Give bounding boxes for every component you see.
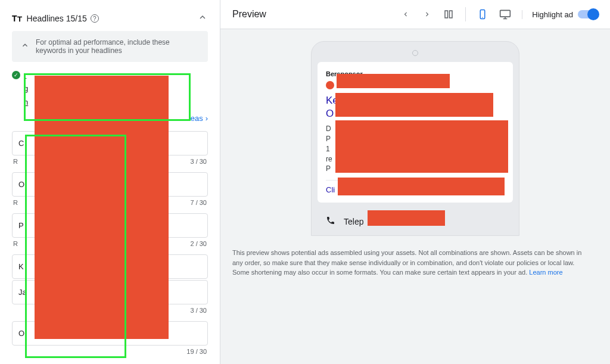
call-text: Telep (344, 217, 363, 226)
headlines-panel: Tᴛ Headlines 15/15 ? For optimal ad perf… (0, 0, 220, 364)
phone-frame: Bersponsor Ke O D P 1 re P Cli (311, 41, 519, 236)
redaction (368, 210, 445, 226)
keyword-tip-box: For optimal ad performance, include thes… (12, 31, 208, 62)
preview-panel: Preview Highlight ad (220, 0, 610, 364)
keyword-text: h (24, 98, 28, 107)
preview-toolbar: Preview Highlight ad (220, 0, 610, 29)
section-header-headlines[interactable]: Tᴛ Headlines 15/15 ? (12, 6, 208, 31)
char-count-value: 3 / 30 (190, 158, 207, 165)
desktop-view-icon[interactable] (498, 7, 512, 21)
char-count-value: 2 / 30 (190, 240, 207, 247)
redaction (338, 178, 505, 195)
ad-desc-line: re (326, 155, 332, 163)
sitelink-text: Cli (326, 185, 335, 194)
char-count-value: 7 / 30 (190, 199, 207, 206)
text-icon: Tᴛ (12, 14, 22, 23)
mobile-view-icon[interactable] (475, 7, 490, 21)
nav-arrows (399, 7, 456, 21)
highlight-label: Highlight ad (532, 10, 573, 19)
highlight-toggle[interactable] (578, 10, 598, 18)
highlight-toggle-wrap: Highlight ad (522, 10, 598, 19)
phone-notch-icon (412, 50, 418, 56)
phone-icon (326, 216, 335, 227)
headline-note: R (13, 240, 18, 247)
ad-desc-line: P (326, 164, 331, 173)
headline-note: R (13, 158, 18, 165)
keyword-text: r (24, 70, 26, 79)
svg-rect-2 (500, 10, 511, 17)
chevron-up-icon[interactable] (197, 12, 208, 25)
check-icon: ✓ (12, 71, 20, 79)
preview-body: Bersponsor Ke O D P 1 re P Cli (220, 29, 610, 364)
ad-desc-line: D (326, 125, 331, 133)
favicon-icon (326, 81, 334, 89)
preview-disclaimer: This preview shows potential ads assembl… (232, 236, 590, 290)
next-button[interactable] (420, 7, 434, 21)
chevron-right-icon: › (206, 114, 208, 123)
help-icon[interactable]: ? (91, 14, 99, 23)
tip-chevron-icon[interactable] (20, 38, 30, 52)
preview-title: Preview (232, 9, 389, 20)
ad-desc-line: P (326, 135, 331, 143)
columns-icon[interactable] (441, 7, 456, 21)
char-count-value: 19 / 30 (186, 348, 207, 355)
view-mode-switcher (465, 7, 512, 21)
ad-title-line: O (326, 108, 334, 119)
tip-text: For optimal ad performance, include thes… (36, 38, 200, 55)
char-count-value: 3 / 30 (190, 307, 207, 314)
redaction (35, 76, 169, 339)
section-title: Headlines 15/15 ? (27, 14, 192, 23)
char-count: 19 / 30 (12, 346, 208, 361)
redaction (335, 93, 493, 117)
keyword-text: g (24, 84, 28, 93)
learn-more-link[interactable]: Learn more (529, 269, 562, 276)
ad-desc-line: 1 (326, 145, 330, 153)
redaction (335, 120, 508, 173)
svg-point-1 (483, 17, 484, 18)
headline-note: R (13, 199, 18, 206)
more-ideas-text: eas (191, 114, 203, 123)
redaction (337, 74, 450, 88)
prev-button[interactable] (399, 7, 413, 21)
section-title-text: Headlines 15/15 (27, 14, 87, 23)
